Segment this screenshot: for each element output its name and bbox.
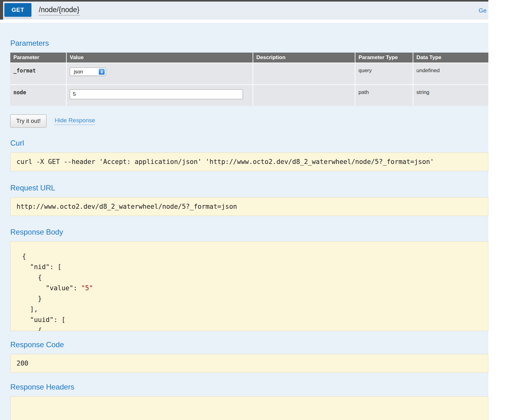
col-header-data-type: Data Type (413, 53, 488, 63)
col-header-description: Description (253, 53, 355, 63)
parameter-row-node: node path string (10, 85, 488, 106)
parameters-heading: Parameters (10, 39, 488, 48)
param-name-format: _format (10, 63, 66, 85)
response-body-json-value: "5" (81, 284, 93, 292)
data-type-node: string (413, 85, 488, 106)
curl-command: curl -X GET --header 'Accept: applicatio… (10, 152, 488, 171)
response-headers-value (10, 396, 488, 420)
operation-expand-link[interactable]: Ge (479, 7, 486, 14)
operation-path-link[interactable]: /node/{node} (39, 6, 79, 16)
response-code-heading: Response Code (10, 340, 488, 349)
parameters-table-header-row: Parameter Value Description Parameter Ty… (10, 53, 488, 63)
request-url-value: http://www.octo2.dev/d8_2_waterwheel/nod… (10, 197, 488, 216)
swagger-operation-page: GET /node/{node} Ge Parameters Parameter… (0, 0, 522, 420)
node-value-input[interactable] (70, 89, 243, 99)
col-header-parameter: Parameter (10, 53, 66, 63)
parameter-row-format: _format json query (10, 63, 488, 85)
hide-response-link[interactable]: Hide Response (55, 117, 95, 125)
response-body-json: { "nid": [ { "value": "5" } ], "uuid": [… (10, 241, 488, 331)
response-code-value: 200 (10, 354, 488, 373)
http-method-get-button[interactable]: GET (4, 3, 31, 17)
chevron-up-icon (101, 70, 103, 72)
response-body-json-after: } ], "uuid": [ { (22, 295, 65, 331)
operation-header: GET /node/{node} Ge (3, 2, 488, 20)
param-type-node: path (355, 85, 413, 106)
chevron-down-icon (101, 72, 103, 74)
select-stepper-icon (99, 69, 105, 75)
col-header-value: Value (66, 53, 253, 63)
param-value-cell-node (66, 85, 253, 106)
format-select[interactable]: json (70, 68, 106, 76)
curl-heading: Curl (10, 139, 488, 147)
param-type-format: query (355, 63, 413, 85)
response-body-heading: Response Body (10, 228, 488, 236)
page-left-edge (0, 0, 3, 20)
response-headers-heading: Response Headers (10, 383, 488, 391)
operation-content: Parameters Parameter Value Description P… (0, 23, 488, 420)
param-description-node (253, 85, 355, 106)
request-url-heading: Request URL (10, 184, 488, 192)
param-name-node: node (10, 85, 66, 106)
response-body-json-before: { "nid": [ { "value": (22, 253, 81, 292)
data-type-format: undefined (413, 63, 488, 85)
col-header-parameter-type: Parameter Type (355, 53, 413, 63)
param-value-cell-format: json (66, 63, 253, 85)
actions-row: Try it out! Hide Response (10, 114, 488, 128)
param-description-format (253, 63, 355, 85)
try-it-out-button[interactable]: Try it out! (10, 114, 46, 128)
http-method-wrap: GET (4, 3, 31, 18)
format-select-value: json (74, 69, 83, 75)
parameters-table: Parameter Value Description Parameter Ty… (10, 53, 488, 106)
